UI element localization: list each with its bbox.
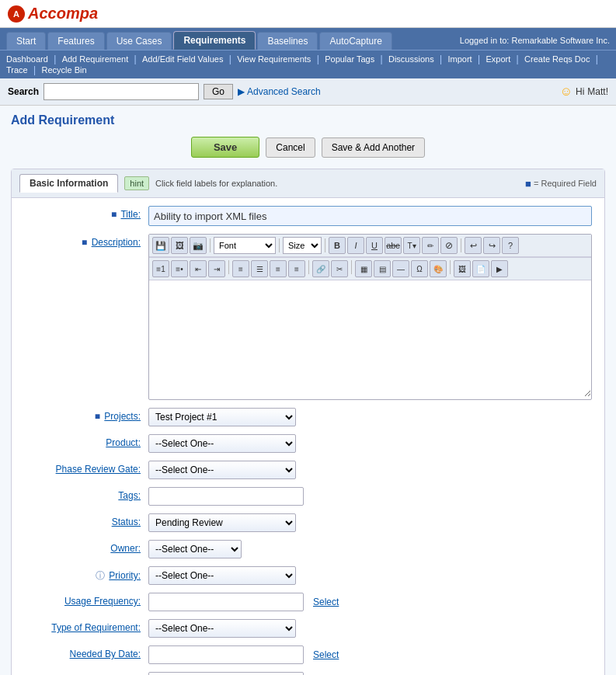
- subnav-dashboard[interactable]: Dashboard: [6, 54, 48, 64]
- phase-label-link[interactable]: Phase Review Gate:: [56, 464, 141, 475]
- tab-start[interactable]: Start: [6, 32, 46, 50]
- required-field-note: ■ = Required Field: [525, 178, 597, 190]
- search-go-button[interactable]: Go: [204, 84, 233, 99]
- rte-indent-in-button[interactable]: ⇥: [208, 260, 225, 277]
- rich-text-editor: 💾 🖼 📷 Font Size: [148, 234, 592, 400]
- type-label-link[interactable]: Type of Requirement:: [51, 622, 141, 633]
- rte-align-left-button[interactable]: ≡: [232, 260, 249, 277]
- subnav-view-requirements[interactable]: View Requirements: [237, 54, 311, 64]
- status-select[interactable]: Pending Review: [148, 513, 296, 532]
- priority-select[interactable]: --Select One--: [148, 566, 296, 585]
- rte-bold-button[interactable]: B: [329, 237, 346, 254]
- tab-requirements[interactable]: Requirements: [173, 31, 256, 50]
- tags-label-link[interactable]: Tags:: [118, 490, 141, 501]
- owner-row: Owner: --Select One--: [24, 540, 592, 558]
- usage-label-link[interactable]: Usage Frequency:: [64, 596, 141, 607]
- status-label: Status:: [24, 513, 148, 527]
- subnav-add-requirement[interactable]: Add Requirement: [62, 54, 129, 64]
- owner-label: Owner:: [24, 540, 148, 554]
- rte-underline-button[interactable]: U: [366, 237, 383, 254]
- tab-features[interactable]: Features: [47, 32, 104, 50]
- rte-camera-icon[interactable]: 📷: [190, 237, 207, 254]
- subnav-popular-tags[interactable]: Popular Tags: [325, 54, 374, 64]
- effort-field: [148, 672, 592, 675]
- rte-link-button[interactable]: 🔗: [312, 260, 329, 277]
- phase-select[interactable]: --Select One--: [148, 461, 296, 479]
- subnav-recycle-bin[interactable]: Recycle Bin: [42, 65, 87, 75]
- rte-img3-button[interactable]: 📄: [472, 260, 489, 277]
- rte-hr-button[interactable]: ―: [392, 260, 409, 277]
- advanced-search-link[interactable]: ▶ Advanced Search: [238, 86, 321, 97]
- sub-nav: Dashboard | Add Requirement | Add/Edit F…: [0, 50, 616, 78]
- rte-ul-button[interactable]: ≡•: [171, 260, 188, 277]
- usage-input[interactable]: [148, 593, 304, 611]
- product-select[interactable]: --Select One--: [148, 434, 296, 453]
- tab-autocapture[interactable]: AutoCapture: [319, 32, 392, 50]
- rte-undo-button[interactable]: ↩: [465, 237, 482, 254]
- tab-use-cases[interactable]: Use Cases: [106, 32, 172, 50]
- status-label-link[interactable]: Status:: [112, 517, 141, 527]
- rte-ol-button[interactable]: ≡1: [152, 260, 169, 277]
- rte-media-button[interactable]: ▶: [491, 260, 508, 277]
- rte-textcolor-button[interactable]: T▾: [403, 237, 420, 254]
- rte-font-select[interactable]: Font: [214, 237, 276, 254]
- needed-date-select-link[interactable]: Select: [313, 649, 339, 660]
- title-label-link[interactable]: Title:: [120, 209, 141, 220]
- rte-italic-button[interactable]: I: [347, 237, 364, 254]
- rte-unlink-button[interactable]: ✂: [331, 260, 348, 277]
- description-textarea[interactable]: [149, 280, 591, 397]
- tags-input[interactable]: [148, 487, 304, 506]
- owner-select[interactable]: --Select One--: [148, 540, 242, 558]
- search-input[interactable]: [44, 83, 199, 100]
- subnav-add-edit-field-values[interactable]: Add/Edit Field Values: [142, 54, 223, 64]
- rte-clear-format-button[interactable]: ⊘: [440, 237, 458, 254]
- rte-strikethrough-button[interactable]: abc: [385, 237, 402, 254]
- needed-date-label-link[interactable]: Needed By Date:: [70, 649, 141, 659]
- owner-label-link[interactable]: Owner:: [110, 543, 141, 554]
- page-title: Add Requirement: [11, 113, 605, 127]
- subnav-discussions[interactable]: Discussions: [388, 54, 434, 64]
- search-bar: Search Go ▶ Advanced Search ☺ Hi Matt!: [0, 78, 616, 106]
- needed-date-field: Select: [148, 645, 592, 664]
- rte-special-button[interactable]: Ω: [411, 260, 428, 277]
- rte-indent-out-button[interactable]: ⇤: [190, 260, 207, 277]
- rte-paint-button[interactable]: 🎨: [430, 260, 447, 277]
- top-cancel-button[interactable]: Cancel: [266, 137, 315, 158]
- subnav-export[interactable]: Export: [485, 54, 510, 64]
- top-save-button[interactable]: Save: [191, 137, 259, 158]
- title-input[interactable]: [148, 206, 592, 226]
- rte-img2-button[interactable]: 🖼: [454, 260, 471, 277]
- form-body: ■ Title: ■ Description:: [12, 198, 604, 675]
- product-field: --Select One--: [148, 434, 592, 453]
- rte-image-icon[interactable]: 🖼: [171, 237, 188, 254]
- rte-redo-button[interactable]: ↪: [483, 237, 500, 254]
- top-save-add-another-button[interactable]: Save & Add Another: [322, 137, 425, 158]
- rte-help-button[interactable]: ?: [502, 237, 519, 254]
- subnav-trace[interactable]: Trace: [6, 65, 28, 75]
- projects-label-link[interactable]: Projects:: [104, 411, 141, 422]
- subnav-import[interactable]: Import: [447, 54, 472, 64]
- rte-align-justify-button[interactable]: ≡: [288, 260, 305, 277]
- priority-label-link[interactable]: Priority:: [109, 570, 141, 581]
- rte-highlight-button[interactable]: ✏: [422, 237, 439, 254]
- type-select[interactable]: --Select One--: [148, 619, 296, 638]
- tab-basic-information[interactable]: Basic Information: [19, 174, 118, 193]
- tab-baselines[interactable]: Baselines: [257, 32, 318, 50]
- rte-align-center-button[interactable]: ☰: [251, 260, 268, 277]
- logo-text: Accompa: [28, 5, 98, 23]
- description-row: ■ Description: 💾 🖼 📷: [24, 234, 592, 400]
- rte-save-icon[interactable]: 💾: [152, 237, 169, 254]
- product-label-link[interactable]: Product:: [106, 437, 141, 448]
- description-label-link[interactable]: Description:: [92, 237, 141, 248]
- rte-align-right-button[interactable]: ≡: [270, 260, 287, 277]
- rte-size-select[interactable]: Size: [283, 237, 322, 254]
- needed-date-label: Needed By Date:: [24, 645, 148, 659]
- subnav-create-reqs-doc[interactable]: Create Reqs Doc: [524, 54, 590, 64]
- needed-date-input[interactable]: [148, 645, 304, 664]
- rte-table-button[interactable]: ▦: [355, 260, 372, 277]
- phase-field: --Select One--: [148, 461, 592, 479]
- projects-select[interactable]: Test Project #1: [148, 408, 296, 426]
- usage-select-link[interactable]: Select: [313, 597, 339, 607]
- rte-vtable-button[interactable]: ▤: [374, 260, 391, 277]
- effort-input[interactable]: [148, 672, 304, 675]
